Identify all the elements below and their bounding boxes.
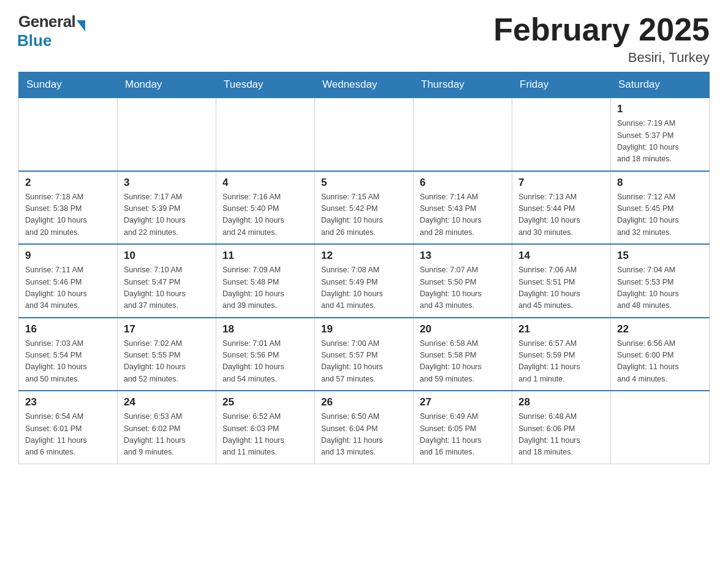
calendar-table: SundayMondayTuesdayWednesdayThursdayFrid… xyxy=(18,72,710,464)
calendar-cell: 18Sunrise: 7:01 AMSunset: 5:56 PMDayligh… xyxy=(216,318,315,391)
calendar-cell: 22Sunrise: 6:56 AMSunset: 6:00 PMDayligh… xyxy=(611,318,710,391)
calendar-cell xyxy=(19,98,118,171)
weekday-header-thursday: Thursday xyxy=(414,72,512,98)
calendar-header-row: SundayMondayTuesdayWednesdayThursdayFrid… xyxy=(19,72,710,98)
day-info: Sunrise: 6:48 AMSunset: 6:06 PMDaylight:… xyxy=(518,411,604,459)
day-number: 5 xyxy=(321,177,407,189)
day-info: Sunrise: 7:01 AMSunset: 5:56 PMDaylight:… xyxy=(222,338,308,386)
calendar-cell: 6Sunrise: 7:14 AMSunset: 5:43 PMDaylight… xyxy=(414,171,512,245)
calendar-cell: 4Sunrise: 7:16 AMSunset: 5:40 PMDaylight… xyxy=(216,171,315,245)
calendar-cell: 5Sunrise: 7:15 AMSunset: 5:42 PMDaylight… xyxy=(315,171,414,245)
day-number: 7 xyxy=(518,177,604,189)
day-number: 26 xyxy=(321,396,407,408)
calendar-cell: 15Sunrise: 7:04 AMSunset: 5:53 PMDayligh… xyxy=(611,244,710,318)
day-number: 13 xyxy=(420,250,506,262)
calendar-cell xyxy=(414,98,512,171)
page-header: General Blue February 2025 Besiri, Turke… xyxy=(18,12,710,66)
calendar-cell: 21Sunrise: 6:57 AMSunset: 5:59 PMDayligh… xyxy=(512,318,611,391)
day-info: Sunrise: 7:06 AMSunset: 5:51 PMDaylight:… xyxy=(518,264,604,312)
calendar-week-1: 1Sunrise: 7:19 AMSunset: 5:37 PMDaylight… xyxy=(19,98,710,171)
calendar-week-4: 16Sunrise: 7:03 AMSunset: 5:54 PMDayligh… xyxy=(19,318,710,391)
day-info: Sunrise: 6:53 AMSunset: 6:02 PMDaylight:… xyxy=(124,411,210,459)
logo-arrow-icon xyxy=(77,20,85,31)
day-info: Sunrise: 7:02 AMSunset: 5:55 PMDaylight:… xyxy=(124,338,210,386)
day-info: Sunrise: 7:12 AMSunset: 5:45 PMDaylight:… xyxy=(617,191,703,239)
day-info: Sunrise: 7:11 AMSunset: 5:46 PMDaylight:… xyxy=(25,264,111,312)
day-info: Sunrise: 7:17 AMSunset: 5:39 PMDaylight:… xyxy=(124,191,210,239)
day-info: Sunrise: 6:54 AMSunset: 6:01 PMDaylight:… xyxy=(25,411,111,459)
day-info: Sunrise: 7:10 AMSunset: 5:47 PMDaylight:… xyxy=(124,264,210,312)
calendar-cell: 3Sunrise: 7:17 AMSunset: 5:39 PMDaylight… xyxy=(118,171,216,245)
calendar-cell: 2Sunrise: 7:18 AMSunset: 5:38 PMDaylight… xyxy=(19,171,118,245)
day-info: Sunrise: 6:52 AMSunset: 6:03 PMDaylight:… xyxy=(222,411,308,459)
calendar-week-3: 9Sunrise: 7:11 AMSunset: 5:46 PMDaylight… xyxy=(19,244,710,318)
day-number: 21 xyxy=(518,323,604,335)
day-info: Sunrise: 6:49 AMSunset: 6:05 PMDaylight:… xyxy=(420,411,506,459)
weekday-header-saturday: Saturday xyxy=(611,72,710,98)
day-number: 6 xyxy=(420,177,506,189)
day-number: 20 xyxy=(420,323,506,335)
calendar-cell: 16Sunrise: 7:03 AMSunset: 5:54 PMDayligh… xyxy=(19,318,118,391)
day-info: Sunrise: 7:03 AMSunset: 5:54 PMDaylight:… xyxy=(25,338,111,386)
day-number: 25 xyxy=(222,396,308,408)
day-info: Sunrise: 7:15 AMSunset: 5:42 PMDaylight:… xyxy=(321,191,407,239)
day-info: Sunrise: 7:18 AMSunset: 5:38 PMDaylight:… xyxy=(25,191,111,239)
day-number: 22 xyxy=(617,323,703,335)
calendar-cell xyxy=(512,98,611,171)
day-number: 24 xyxy=(124,396,210,408)
day-number: 8 xyxy=(617,177,703,189)
day-number: 4 xyxy=(222,177,308,189)
logo-blue-text: Blue xyxy=(17,31,51,50)
location-label: Besiri, Turkey xyxy=(493,50,710,66)
calendar-cell: 13Sunrise: 7:07 AMSunset: 5:50 PMDayligh… xyxy=(414,244,512,318)
day-number: 18 xyxy=(222,323,308,335)
day-number: 19 xyxy=(321,323,407,335)
logo-general-text: General xyxy=(18,12,75,31)
month-title: February 2025 xyxy=(493,12,710,47)
calendar-cell: 8Sunrise: 7:12 AMSunset: 5:45 PMDaylight… xyxy=(611,171,710,245)
title-section: February 2025 Besiri, Turkey xyxy=(493,12,710,66)
day-info: Sunrise: 7:09 AMSunset: 5:48 PMDaylight:… xyxy=(222,264,308,312)
day-number: 23 xyxy=(25,396,111,408)
calendar-cell: 7Sunrise: 7:13 AMSunset: 5:44 PMDaylight… xyxy=(512,171,611,245)
calendar-cell xyxy=(315,98,414,171)
calendar-cell: 17Sunrise: 7:02 AMSunset: 5:55 PMDayligh… xyxy=(118,318,216,391)
calendar-cell: 28Sunrise: 6:48 AMSunset: 6:06 PMDayligh… xyxy=(512,391,611,464)
day-info: Sunrise: 7:07 AMSunset: 5:50 PMDaylight:… xyxy=(420,264,506,312)
day-info: Sunrise: 7:16 AMSunset: 5:40 PMDaylight:… xyxy=(222,191,308,239)
day-number: 11 xyxy=(222,250,308,262)
day-info: Sunrise: 6:57 AMSunset: 5:59 PMDaylight:… xyxy=(518,338,604,386)
logo: General Blue xyxy=(18,12,85,50)
day-number: 17 xyxy=(124,323,210,335)
day-info: Sunrise: 6:56 AMSunset: 6:00 PMDaylight:… xyxy=(617,338,703,386)
calendar-cell xyxy=(216,98,315,171)
day-number: 10 xyxy=(124,250,210,262)
calendar-cell: 11Sunrise: 7:09 AMSunset: 5:48 PMDayligh… xyxy=(216,244,315,318)
day-info: Sunrise: 7:13 AMSunset: 5:44 PMDaylight:… xyxy=(518,191,604,239)
calendar-week-5: 23Sunrise: 6:54 AMSunset: 6:01 PMDayligh… xyxy=(19,391,710,464)
calendar-cell: 24Sunrise: 6:53 AMSunset: 6:02 PMDayligh… xyxy=(118,391,216,464)
weekday-header-tuesday: Tuesday xyxy=(216,72,315,98)
calendar-cell: 9Sunrise: 7:11 AMSunset: 5:46 PMDaylight… xyxy=(19,244,118,318)
calendar-cell: 1Sunrise: 7:19 AMSunset: 5:37 PMDaylight… xyxy=(611,98,710,171)
day-info: Sunrise: 7:04 AMSunset: 5:53 PMDaylight:… xyxy=(617,264,703,312)
day-number: 27 xyxy=(420,396,506,408)
day-info: Sunrise: 7:08 AMSunset: 5:49 PMDaylight:… xyxy=(321,264,407,312)
calendar-cell: 14Sunrise: 7:06 AMSunset: 5:51 PMDayligh… xyxy=(512,244,611,318)
weekday-header-friday: Friday xyxy=(512,72,611,98)
calendar-cell: 12Sunrise: 7:08 AMSunset: 5:49 PMDayligh… xyxy=(315,244,414,318)
day-info: Sunrise: 6:50 AMSunset: 6:04 PMDaylight:… xyxy=(321,411,407,459)
day-number: 15 xyxy=(617,250,703,262)
day-number: 1 xyxy=(617,103,703,115)
calendar-cell: 23Sunrise: 6:54 AMSunset: 6:01 PMDayligh… xyxy=(19,391,118,464)
calendar-week-2: 2Sunrise: 7:18 AMSunset: 5:38 PMDaylight… xyxy=(19,171,710,245)
day-number: 3 xyxy=(124,177,210,189)
day-number: 2 xyxy=(25,177,111,189)
calendar-cell xyxy=(118,98,216,171)
calendar-cell: 19Sunrise: 7:00 AMSunset: 5:57 PMDayligh… xyxy=(315,318,414,391)
day-number: 14 xyxy=(518,250,604,262)
calendar-cell: 20Sunrise: 6:58 AMSunset: 5:58 PMDayligh… xyxy=(414,318,512,391)
weekday-header-wednesday: Wednesday xyxy=(315,72,414,98)
calendar-cell: 26Sunrise: 6:50 AMSunset: 6:04 PMDayligh… xyxy=(315,391,414,464)
weekday-header-monday: Monday xyxy=(118,72,216,98)
